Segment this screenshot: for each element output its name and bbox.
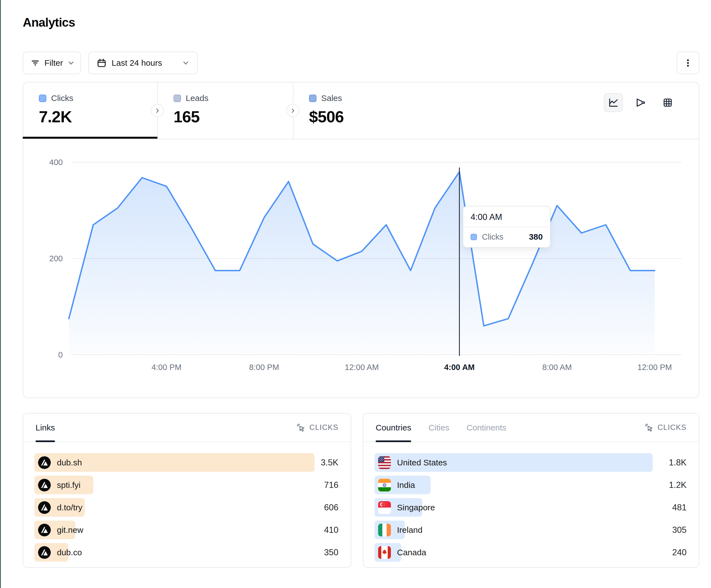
row-label: Ireland xyxy=(397,525,423,535)
link-row[interactable]: spti.fyi716 xyxy=(35,476,339,494)
row-clicks-value: 716 xyxy=(324,480,339,490)
us-flag-icon xyxy=(378,456,391,469)
clicks-tab-value: 7.2K xyxy=(39,107,157,126)
geo-panel-header: CountriesCitiesContinents CLICKS xyxy=(363,413,699,442)
sales-tab-value: $506 xyxy=(309,107,449,126)
chart-view-switcher xyxy=(604,93,677,112)
tab-links[interactable]: Links xyxy=(36,413,55,442)
links-panel: Links CLICKS dub.sh3.5Kspti.fyi716d.to/t… xyxy=(23,413,351,568)
date-range-button[interactable]: Last 24 hours xyxy=(88,51,198,74)
links-list: dub.sh3.5Kspti.fyi716d.to/try606git.new4… xyxy=(23,442,351,562)
ie-flag-icon xyxy=(378,524,391,537)
geo-metric[interactable]: CLICKS xyxy=(644,423,687,432)
geo-panel-tabs: CountriesCitiesContinents xyxy=(375,413,507,442)
row-label: dub.sh xyxy=(57,458,82,467)
links-panel-header: Links CLICKS xyxy=(23,413,351,442)
row-label: United States xyxy=(397,458,447,467)
leads-legend-square xyxy=(173,95,181,102)
clicks-legend-square xyxy=(471,234,477,240)
x-axis-tick: 4:00 AM xyxy=(444,363,475,372)
line-chart-view-button[interactable] xyxy=(604,93,623,112)
ca-flag-icon xyxy=(378,546,391,559)
row-clicks-value: 481 xyxy=(672,502,687,513)
x-axis-tick: 8:00 PM xyxy=(249,363,279,372)
sales-tab-label: Sales xyxy=(321,93,342,103)
link-row[interactable]: d.to/try606 xyxy=(35,498,339,517)
y-axis-tick: 200 xyxy=(49,254,63,263)
x-axis-tick: 12:00 AM xyxy=(345,363,379,372)
links-metric-label: CLICKS xyxy=(309,423,339,432)
chevron-down-icon xyxy=(67,59,75,67)
kebab-menu-icon xyxy=(683,58,693,68)
clicks-tab-label: Clicks xyxy=(51,93,73,103)
link-row[interactable]: dub.co350 xyxy=(35,543,339,562)
tab-leads[interactable]: Leads 165 xyxy=(158,82,293,139)
tooltip-row: Clicks 380 xyxy=(464,227,550,247)
row-label: India xyxy=(397,480,415,490)
date-range-label: Last 24 hours xyxy=(112,58,177,68)
row-clicks-value: 606 xyxy=(324,502,339,513)
filter-button-label: Filter xyxy=(44,58,63,68)
filter-lines-icon xyxy=(30,58,40,68)
dub-favicon xyxy=(38,456,51,469)
table-view-button[interactable] xyxy=(658,93,677,112)
row-label: Singapore xyxy=(397,503,435,512)
sales-legend-square xyxy=(309,95,317,102)
tab-clicks[interactable]: Clicks 7.2K xyxy=(23,82,157,139)
row-clicks-value: 410 xyxy=(324,525,339,535)
dub-favicon xyxy=(38,479,51,492)
row-clicks-value: 1.8K xyxy=(669,458,687,468)
row-label: d.to/try xyxy=(57,503,83,512)
sg-flag-icon xyxy=(378,501,391,514)
leads-tab-value: 165 xyxy=(173,107,293,126)
link-row[interactable]: git.new410 xyxy=(35,521,339,539)
tooltip-time: 4:00 AM xyxy=(464,207,550,227)
y-axis-tick: 400 xyxy=(49,158,63,167)
geo-metric-label: CLICKS xyxy=(658,423,687,432)
selected-tab-underline xyxy=(23,137,157,139)
funnel-chart-view-button[interactable] xyxy=(631,93,650,112)
more-menu-button[interactable] xyxy=(676,51,699,74)
page-title: Analytics xyxy=(23,16,75,29)
in-flag-icon xyxy=(378,479,391,492)
tooltip-series-label: Clicks xyxy=(482,232,503,242)
tab-continents[interactable]: Continents xyxy=(467,413,506,442)
dub-favicon xyxy=(38,501,51,514)
country-row[interactable]: United States1.8K xyxy=(374,453,687,472)
funnel-chart-icon xyxy=(635,97,646,109)
row-clicks-value: 1.2K xyxy=(669,480,687,490)
links-metric[interactable]: CLICKS xyxy=(296,423,339,432)
row-label: git.new xyxy=(57,525,83,535)
chevron-down-icon xyxy=(182,59,189,67)
country-row[interactable]: Singapore481 xyxy=(374,498,687,517)
line-chart-icon xyxy=(607,97,619,109)
country-row[interactable]: India1.2K xyxy=(374,476,687,494)
clicks-area-chart[interactable]: 02004004:00 PM8:00 PM12:00 AM4:00 AM8:00… xyxy=(23,139,699,398)
geo-list: United States1.8KIndia1.2KSingapore481Ir… xyxy=(363,442,699,562)
calendar-icon xyxy=(96,58,107,68)
stats-row: Clicks 7.2K Leads 165 Sales $506 xyxy=(23,82,699,139)
tab-countries[interactable]: Countries xyxy=(375,413,411,442)
country-row[interactable]: Ireland305 xyxy=(374,521,687,539)
tab-cities[interactable]: Cities xyxy=(428,413,449,442)
dub-favicon xyxy=(38,546,51,559)
row-label: dub.co xyxy=(57,548,82,557)
analytics-card: Clicks 7.2K Leads 165 Sales $506 xyxy=(23,82,699,398)
x-axis-tick: 12:00 PM xyxy=(638,363,672,372)
links-panel-tabs: Links xyxy=(36,413,55,442)
link-row[interactable]: dub.sh3.5K xyxy=(35,453,339,472)
analytics-page: Analytics Filter Last 24 hours Cl xyxy=(0,0,711,588)
country-row[interactable]: Canada240 xyxy=(374,543,687,562)
expand-sales-button[interactable] xyxy=(286,104,299,117)
row-label: spti.fyi xyxy=(57,480,81,490)
expand-leads-button[interactable] xyxy=(151,104,164,117)
tab-sales[interactable]: Sales $506 xyxy=(294,82,449,139)
tooltip-value: 380 xyxy=(529,232,543,242)
x-axis-tick: 8:00 AM xyxy=(542,363,572,372)
row-clicks-value: 240 xyxy=(672,547,687,558)
row-clicks-value: 3.5K xyxy=(321,458,339,468)
geo-panel: CountriesCitiesContinents CLICKS United … xyxy=(363,413,699,568)
y-axis-tick: 0 xyxy=(58,350,63,359)
row-label: Canada xyxy=(397,548,426,557)
filter-button[interactable]: Filter xyxy=(23,51,81,74)
